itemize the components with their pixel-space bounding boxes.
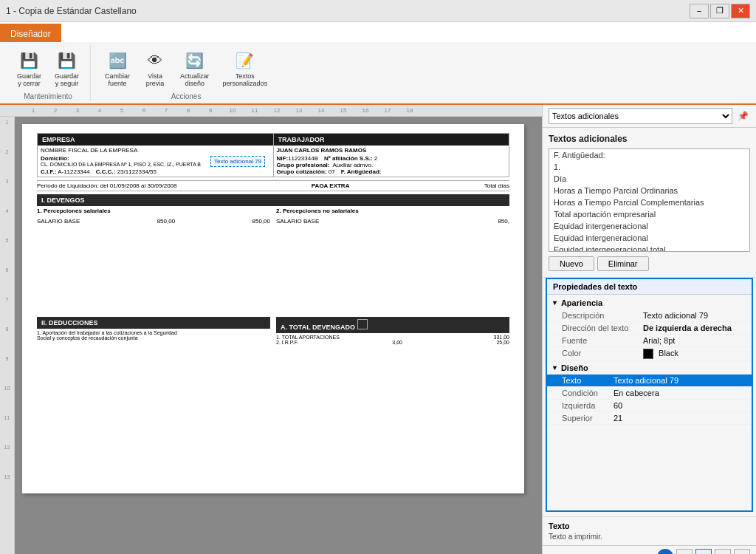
acciones-label: Acciones: [171, 92, 202, 100]
list-item[interactable]: Equidad intergeneracional: [549, 220, 749, 232]
custom-text-icon: 📝: [233, 49, 257, 72]
list-item[interactable]: 1.: [549, 161, 749, 173]
list-item[interactable]: Horas a Tiempo Parcial Complementarias: [549, 196, 749, 208]
diseno-arrow: ▼: [551, 364, 558, 372]
cif-value: A-11223344: [58, 168, 90, 175]
right-panel: Textos adicionales 📌 Textos adicionales …: [542, 105, 756, 554]
salario-base-val3: 850,: [498, 218, 509, 225]
empresa-header: EMPRESA: [38, 134, 273, 146]
list-item[interactable]: Equidad intergeneracional total: [549, 244, 749, 252]
tab-disenador[interactable]: Diseñador: [0, 24, 61, 42]
guardar-cerrar-button[interactable]: 💾 Guardary cerrar: [12, 45, 47, 91]
title-bar: 1 - Copia de Estándar Castellano − ❐ ✕: [0, 0, 756, 22]
textos-list[interactable]: F. Antigüedad: 1. Día Horas a Tiempo Par…: [549, 148, 750, 252]
grupo-cotiz-value: 07: [329, 168, 335, 175]
properties-panel: Propiedades del texto ▼ Apariencia Descr…: [546, 278, 753, 512]
ribbon-tab-bar: Diseñador: [0, 22, 756, 42]
ccc-label: C.C.C.:: [96, 168, 116, 175]
list-item[interactable]: Día: [549, 173, 749, 185]
help-section: Texto Texto a imprimir.: [543, 516, 756, 545]
eliminar-button[interactable]: Eliminar: [597, 256, 649, 271]
header-table: EMPRESA NOMBRE FISCAL DE LA EMPRESA Domi…: [37, 133, 509, 177]
apariencia-label: Apariencia: [561, 298, 602, 307]
document-canvas[interactable]: EMPRESA NOMBRE FISCAL DE LA EMPRESA Domi…: [15, 117, 542, 554]
total-aportaciones-val: 331,00: [494, 335, 509, 340]
direccion-row: Dirección del texto De izquierda a derec…: [547, 322, 752, 335]
salario-base-row2: SALARIO BASE 850,: [276, 217, 509, 225]
guardar-seguir-button[interactable]: 💾 Guardary seguir: [49, 45, 84, 91]
condicion-value: En cabecera: [614, 389, 746, 397]
list-item[interactable]: Equidad intergeneracional: [549, 232, 749, 244]
cambiar-fuente-button[interactable]: 🔤 Cambiarfuente: [100, 45, 135, 91]
list-item[interactable]: Horas a Tiempo Parcial Ordinarias: [549, 185, 749, 196]
irpf-val: 25,00: [496, 340, 509, 345]
color-swatch: [643, 349, 653, 359]
devengos-section-header: I. DEVENGOS: [37, 194, 509, 206]
ruler-marks: 12 34 56 78 910 1112 1314 1516 1718: [22, 107, 421, 114]
salario-base-val2: 850,00: [252, 218, 270, 225]
panel-pin-button[interactable]: 📌: [735, 109, 750, 123]
vista-previa-button[interactable]: 👁 Vistaprevia: [138, 45, 172, 91]
color-value: Black: [643, 349, 746, 359]
total-dias: Total días: [484, 182, 509, 189]
save-close-icon: 💾: [18, 49, 41, 72]
total-devengado-label: A. TOTAL DEVENGADO: [281, 324, 355, 331]
periodo-label: Periodo de Liquidación: del: [37, 182, 109, 189]
ribbon-content: 💾 Guardary cerrar 💾 Guardary seguir Mant…: [0, 42, 756, 103]
list-item[interactable]: F. Antigüedad:: [549, 149, 749, 161]
periodo-desde: 01/09/2008: [110, 182, 140, 189]
trabajador-name: JUAN CARLOS RAMOS RAMOS: [277, 147, 506, 154]
fuente-value: Arial; 8pt: [643, 336, 746, 345]
minimize-button[interactable]: −: [690, 4, 709, 18]
window-title: 1 - Copia de Estándar Castellano: [6, 6, 137, 16]
nombre-fiscal: NOMBRE FISCAL DE LA EMPRESA: [41, 147, 270, 154]
texto-adicional-overlay[interactable]: Texto adicional 79: [210, 156, 265, 167]
nuevo-button[interactable]: Nuevo: [549, 256, 594, 271]
apariencia-arrow: ▼: [551, 299, 558, 307]
textos-personalizados-button[interactable]: 📝 Textospersonalizados: [218, 45, 273, 91]
content-area: 1 2 3 4 5 6 7 8 9 10 11 12 13: [0, 117, 542, 554]
acciones-buttons: 🔤 Cambiarfuente 👁 Vistaprevia 🔄 Actualiz…: [100, 45, 272, 91]
cif-label: C.I.F.:: [41, 168, 56, 175]
color-row: Color Black: [547, 347, 752, 361]
texto-row: Texto Texto adicional 79: [547, 375, 752, 387]
cross-icon[interactable]: ✕: [715, 549, 731, 554]
superior-row: Superior 21: [547, 412, 752, 425]
apariencia-section-header[interactable]: ▼ Apariencia: [547, 296, 752, 310]
list-item[interactable]: Total aportación empresarial: [549, 208, 749, 220]
panel-dropdown[interactable]: Textos adicionales: [549, 108, 732, 124]
izquierda-row: Izquierda 60: [547, 400, 752, 412]
salario-base-val1: 850,00: [157, 218, 175, 225]
close-button[interactable]: ✕: [731, 4, 750, 18]
nif-value: 11223344B: [288, 155, 318, 162]
font-icon: 🔤: [106, 49, 129, 72]
preview-icon: 👁: [143, 49, 167, 72]
props-title: Propiedades del texto: [547, 279, 752, 295]
circle-icon[interactable]: ○: [734, 549, 750, 554]
help-icon[interactable]: ?: [657, 549, 673, 554]
ribbon-group-acciones: 🔤 Cambiarfuente 👁 Vistaprevia 🔄 Actualiz…: [94, 45, 278, 100]
panel-bottom-icons: ? ⚙ A ✕ ○: [543, 545, 756, 554]
settings-icon[interactable]: ⚙: [676, 549, 693, 554]
perc-no-salariales-header: 2. Percepciones no salariales: [276, 208, 509, 214]
perc-salariales-header: 1. Percepciones salariales: [37, 208, 270, 214]
descripcion-value: Texto adicional 79: [643, 311, 746, 320]
diseno-section-header[interactable]: ▼ Diseño: [547, 361, 752, 375]
textos-buttons: Nuevo Eliminar: [549, 256, 750, 271]
irpf-label: 2. I.R.P.F.: [276, 340, 298, 345]
font-size-icon[interactable]: A: [695, 549, 712, 554]
aportacion-label2: Social y conceptos de recaudación conjun…: [37, 335, 270, 341]
textos-section: Textos adicionales F. Antigüedad: 1. Día…: [543, 128, 756, 278]
help-text: Texto a imprimir.: [549, 533, 750, 541]
actualizar-diseno-button[interactable]: 🔄 Actualizardiseño: [175, 45, 215, 91]
direccion-label: Dirección del texto: [562, 324, 643, 332]
help-title: Texto: [549, 521, 750, 530]
salario-base-label2: SALARIO BASE: [276, 218, 319, 225]
restore-button[interactable]: ❐: [710, 4, 729, 18]
texto-design-value: Texto adicional 79: [614, 376, 746, 385]
ribbon-group-mantenimiento: 💾 Guardary cerrar 💾 Guardary seguir Mant…: [6, 45, 91, 100]
irpf-pct: 3,00: [392, 340, 402, 345]
periodo-hasta: al 30/09/2008: [141, 182, 177, 189]
props-content: ▼ Apariencia Descripción Texto adicional…: [547, 295, 752, 426]
color-text: Black: [659, 349, 678, 358]
